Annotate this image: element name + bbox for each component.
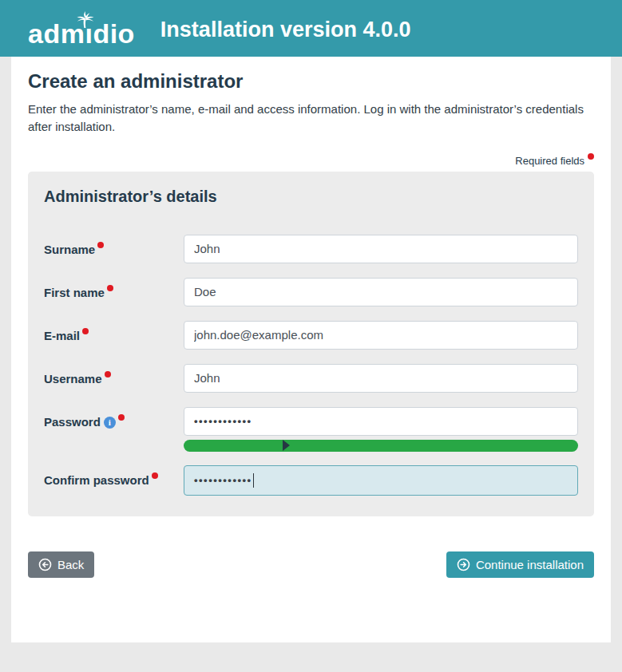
red-dot-indicator [107, 285, 113, 291]
email-label: E-mail [44, 321, 184, 342]
first-name-input[interactable] [184, 278, 578, 306]
logo-text-post: dio [93, 18, 134, 49]
surname-label: Surname [44, 235, 184, 256]
info-circle-icon[interactable]: i [104, 417, 116, 429]
page-description: Enter the administrator’s name, e-mail a… [28, 101, 587, 136]
username-label: Username [44, 364, 184, 385]
confirm-password-label: Confirm password [44, 465, 184, 487]
panel-title: Administrator’s details [44, 188, 578, 206]
form-row-username: Username [44, 364, 578, 393]
surname-input[interactable] [184, 235, 578, 263]
red-dot-indicator [152, 472, 158, 479]
page-title: Create an administrator [28, 70, 594, 93]
installation-title: Installation version 4.0.0 [160, 14, 411, 42]
password-strength-marker [283, 440, 290, 451]
red-dot-indicator [588, 153, 594, 160]
arrow-left-circle-icon [38, 558, 52, 571]
content-card: Create an administrator Enter the admini… [11, 57, 611, 642]
continue-installation-button[interactable]: Continue installation [446, 551, 594, 578]
footer-actions: Back Continue installation [28, 551, 594, 578]
form-row-email: E-mail [44, 321, 578, 350]
back-button[interactable]: Back [28, 551, 94, 578]
red-dot-indicator [97, 242, 104, 248]
app-header: admıdio Installation version 4.0.0 [0, 0, 622, 57]
palm-tree-icon [73, 6, 97, 33]
admidio-logo: admıdio [28, 10, 135, 47]
first-name-label: First name [44, 278, 184, 299]
text-cursor [253, 473, 255, 488]
arrow-right-circle-icon [457, 558, 470, 571]
form-row-surname: Surname [44, 235, 578, 263]
form-row-confirm-password: Confirm password •••••••••••• [44, 465, 578, 496]
red-dot-indicator [105, 371, 111, 378]
form-row-first-name: First name [44, 278, 578, 306]
confirm-password-input[interactable]: •••••••••••• [184, 465, 578, 496]
password-label: Passwordi [44, 407, 184, 429]
username-input[interactable] [184, 364, 578, 393]
password-strength-bar [184, 440, 578, 452]
password-input[interactable] [184, 407, 578, 436]
required-fields-label: Required fields [515, 155, 584, 167]
form-row-password: Passwordi [44, 407, 578, 436]
red-dot-indicator [118, 414, 125, 421]
required-fields-note: Required fields [28, 153, 594, 167]
red-dot-indicator [82, 328, 89, 334]
email-input[interactable] [184, 321, 578, 350]
administrator-details-panel: Administrator’s details Surname First na… [28, 172, 594, 516]
password-strength-row [184, 440, 578, 452]
